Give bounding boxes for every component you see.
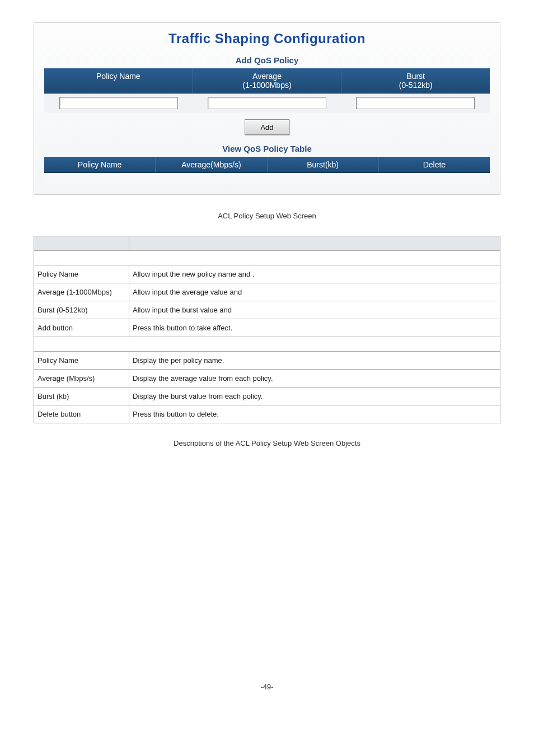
table-section-header-1 [34, 236, 500, 251]
add-qos-heading: Add QoS Policy [44, 52, 490, 68]
row-desc: Press this button to delete. [129, 405, 500, 423]
page-number: -49- [34, 683, 500, 691]
figure-caption-2: Descriptions of the ACL Policy Setup Web… [34, 439, 500, 447]
row-label: Add button [34, 319, 129, 337]
table-row: Burst (kb) Display the burst value from … [34, 388, 500, 405]
view-header-delete: Delete [379, 157, 490, 172]
view-header-policy-name: Policy Name [44, 157, 156, 172]
table-row: Add button Press this button to take aff… [34, 319, 500, 337]
average-input[interactable] [208, 97, 326, 109]
table-row: Average (Mbps/s) Display the average val… [34, 370, 500, 388]
figure-caption-1: ACL Policy Setup Web Screen [34, 212, 500, 220]
row-desc: Allow input the average value and [129, 283, 500, 301]
header-policy-name: Policy Name [44, 68, 193, 93]
add-button[interactable]: Add [245, 119, 289, 135]
burst-input[interactable] [356, 97, 475, 109]
view-qos-heading: View QoS Policy Table [44, 141, 490, 157]
view-header-burst: Burst(kb) [268, 157, 379, 172]
row-desc: Press this button to take affect. [129, 319, 500, 337]
add-button-row: Add [44, 113, 490, 141]
row-desc: Allow input the burst value and [129, 301, 500, 319]
header-burst: Burst (0-512kb) [341, 68, 490, 93]
header-average: Average (1-1000Mbps) [193, 68, 342, 93]
add-input-row [44, 94, 490, 113]
row-label: Burst (0-512kb) [34, 301, 129, 319]
table-row: Policy Name Allow input the new policy n… [34, 265, 500, 283]
row-desc: Display the burst value from each policy… [129, 388, 500, 405]
description-table: Policy Name Allow input the new policy n… [34, 236, 500, 423]
view-header-row: Policy Name Average(Mbps/s) Burst(kb) De… [44, 157, 490, 173]
view-header-average: Average(Mbps/s) [156, 157, 267, 172]
row-label: Burst (kb) [34, 388, 129, 405]
view-table-empty [44, 173, 490, 184]
panel-title: Traffic Shaping Configuration [44, 27, 490, 52]
table-spacer-2 [34, 337, 500, 352]
row-desc: Display the average value from each poli… [129, 370, 500, 388]
add-header-row: Policy Name Average (1-1000Mbps) Burst (… [44, 68, 490, 94]
policy-name-input[interactable] [59, 97, 178, 109]
row-label: Average (1-1000Mbps) [34, 283, 129, 301]
config-panel: Traffic Shaping Configuration Add QoS Po… [34, 22, 500, 195]
row-label: Policy Name [34, 265, 129, 283]
row-desc: Display the per policy name. [129, 352, 500, 370]
row-label: Average (Mbps/s) [34, 370, 129, 388]
table-row: Delete button Press this button to delet… [34, 405, 500, 423]
table-row: Average (1-1000Mbps) Allow input the ave… [34, 283, 500, 301]
row-label: Delete button [34, 405, 129, 423]
table-row: Burst (0-512kb) Allow input the burst va… [34, 301, 500, 319]
row-desc: Allow input the new policy name and . [129, 265, 500, 283]
row-label: Policy Name [34, 352, 129, 370]
table-spacer-1 [34, 251, 500, 265]
table-row: Policy Name Display the per policy name. [34, 352, 500, 370]
